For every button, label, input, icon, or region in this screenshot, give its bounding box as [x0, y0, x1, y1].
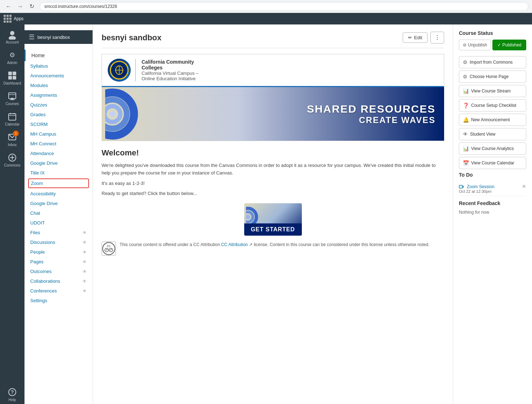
refresh-button[interactable]: ↻	[27, 1, 37, 12]
apps-grid-icon	[4, 15, 12, 23]
sidebar-item-commons[interactable]: Commons	[2, 150, 22, 169]
nav-mh-connect[interactable]: MH Connect	[24, 139, 93, 149]
nav-quizzes[interactable]: Quizzes	[24, 100, 93, 110]
setup-checklist-button[interactable]: ❓ Course Setup Checklist	[459, 99, 526, 112]
published-button[interactable]: ✓ Published	[492, 40, 526, 50]
course-nav: ☰ besnyi sandbox Home Syllabus Announcem…	[24, 24, 93, 404]
sidebar-item-admin[interactable]: ⚙ Admin	[2, 48, 22, 67]
sidebar-item-dashboard[interactable]: Dashboard	[2, 68, 22, 87]
nav-chat[interactable]: Chat	[24, 208, 93, 218]
nav-pages[interactable]: Pages 👁	[24, 257, 93, 267]
nav-zoom[interactable]: Zoom	[28, 178, 89, 188]
published-check-icon: ✓	[497, 42, 501, 47]
svg-line-33	[106, 249, 107, 250]
hamburger-icon[interactable]: ☰	[29, 33, 35, 41]
svg-rect-6	[9, 93, 16, 99]
todo-close-button[interactable]: ✕	[522, 183, 526, 189]
nav-attendance[interactable]: Attendance	[24, 149, 93, 158]
status-buttons: ⊘ Unpublish ✓ Published	[459, 40, 526, 50]
calendar-icon	[7, 112, 17, 122]
sidebar-item-help[interactable]: ? Help	[2, 385, 22, 404]
recent-feedback-title: Recent Feedback	[459, 200, 526, 206]
nothing-for-now: Nothing for now	[459, 210, 526, 215]
address-bar[interactable]: smccd.instructure.com/courses/12326	[40, 2, 528, 11]
import-commons-icon: ⚙	[463, 59, 468, 65]
courses-icon	[7, 91, 17, 101]
nav-announcements[interactable]: Announcements	[24, 71, 93, 81]
url-text: smccd.instructure.com/courses/12326	[44, 4, 117, 9]
nav-google-drive-2[interactable]: Google Drive	[24, 199, 93, 208]
sidebar-item-inbox[interactable]: 1 Inbox	[2, 130, 22, 149]
student-view-icon: 👁	[463, 131, 468, 137]
browser-bar: ← → ↻ smccd.instructure.com/courses/1232…	[0, 0, 532, 13]
svg-point-26	[109, 111, 115, 117]
nav-discussions[interactable]: Discussions 👁	[24, 237, 93, 247]
choose-home-icon: ⚙	[463, 74, 468, 80]
header-actions: ✏ Edit ⋮	[403, 32, 444, 44]
nav-outcomes[interactable]: Outcomes 👁	[24, 267, 93, 276]
more-dots-icon: ⋮	[434, 35, 440, 41]
zoom-session-link[interactable]: Zoom Session	[467, 184, 495, 189]
sidebar-item-calendar[interactable]: Calendar	[2, 109, 22, 128]
svg-point-1	[9, 36, 16, 40]
svg-rect-4	[8, 76, 12, 80]
view-stream-button[interactable]: 📊 View Course Stream	[459, 85, 526, 97]
todo-zoom-item: Zoom Session Oct 22 at 12:30pm ✕	[459, 181, 526, 196]
nav-assignments[interactable]: Assignments	[24, 90, 93, 100]
collaborations-eye-icon: 👁	[82, 279, 87, 284]
nav-grades[interactable]: Grades	[24, 110, 93, 119]
nav-scorm[interactable]: SCORM	[24, 119, 93, 129]
pages-eye-icon: 👁	[82, 259, 87, 264]
unpublish-button[interactable]: ⊘ Unpublish	[459, 40, 491, 50]
new-announcement-button[interactable]: 🔔 New Announcement	[459, 114, 526, 126]
sidebar-label-dashboard: Dashboard	[4, 81, 21, 85]
main-content: besnyi sandbox ✏ Edit ⋮	[93, 24, 453, 404]
nav-home[interactable]: Home	[24, 50, 93, 61]
nav-title-ix[interactable]: Title IX	[24, 168, 93, 178]
sidebar-item-account[interactable]: Account	[2, 27, 22, 46]
svg-text:?: ?	[11, 389, 14, 395]
welcome-p3: Ready to get started? Click the button b…	[102, 190, 444, 198]
cvc-banner: California CommunityColleges California …	[102, 54, 444, 87]
cc-attribution-link[interactable]: CC Attribution	[221, 242, 248, 247]
cc-license: cc This course content is offered under …	[102, 241, 444, 256]
forward-button[interactable]: →	[15, 1, 25, 12]
shared-resources-text: SHARED RESOURCES	[307, 103, 435, 115]
course-status-title: Course Status	[459, 30, 526, 36]
get-started-button[interactable]: GET STARTED	[244, 203, 302, 236]
sidebar-item-courses[interactable]: Courses	[2, 89, 22, 108]
cvc-org-name: California CommunityColleges	[142, 59, 198, 71]
nav-google-drive-1[interactable]: Google Drive	[24, 158, 93, 168]
nav-udoit[interactable]: UDOIT	[24, 218, 93, 228]
choose-home-button[interactable]: ⚙ Choose Home Page	[459, 71, 526, 83]
back-button[interactable]: ←	[4, 1, 14, 12]
unpublish-icon: ⊘	[463, 42, 466, 47]
inbox-icon-wrap: 1	[7, 132, 17, 142]
nav-collaborations[interactable]: Collaborations 👁	[24, 276, 93, 286]
banner-text: SHARED RESOURCES CREATE WAVES	[307, 103, 435, 125]
nav-settings[interactable]: Settings	[24, 296, 93, 305]
nav-course-name: besnyi sandbox	[37, 35, 70, 40]
todo-section: To Do Zoom Session Oct 22 at 12:30pm ✕	[459, 172, 526, 196]
nav-modules[interactable]: Modules	[24, 81, 93, 90]
view-analytics-button[interactable]: 📊 View Course Analytics	[459, 142, 526, 155]
sidebar-label-inbox: Inbox	[8, 143, 17, 147]
import-commons-button[interactable]: ⚙ Import from Commons	[459, 56, 526, 68]
inbox-badge: 1	[13, 131, 19, 136]
nav-people[interactable]: People 👁	[24, 247, 93, 257]
view-calendar-button[interactable]: 📅 View Course Calendar	[459, 157, 526, 169]
create-waves-text: CREATE WAVES	[307, 115, 435, 125]
nav-files[interactable]: Files 👁	[24, 228, 93, 237]
nav-mh-campus[interactable]: MH Campus	[24, 129, 93, 139]
page-title: besnyi sandbox	[102, 33, 161, 42]
svg-point-24	[105, 100, 127, 128]
edit-button[interactable]: ✏ Edit	[403, 32, 428, 43]
nav-syllabus[interactable]: Syllabus	[24, 61, 93, 71]
welcome-p1: We're delighted you've downloaded this c…	[102, 162, 444, 177]
more-options-button[interactable]: ⋮	[430, 32, 444, 44]
student-view-button[interactable]: 👁 Student View	[459, 128, 526, 140]
nav-conferences[interactable]: Conferences 👁	[24, 286, 93, 296]
setup-checklist-icon: ❓	[463, 103, 469, 108]
view-analytics-icon: 📊	[463, 146, 469, 151]
nav-accessibility[interactable]: Accessibility	[24, 189, 93, 199]
